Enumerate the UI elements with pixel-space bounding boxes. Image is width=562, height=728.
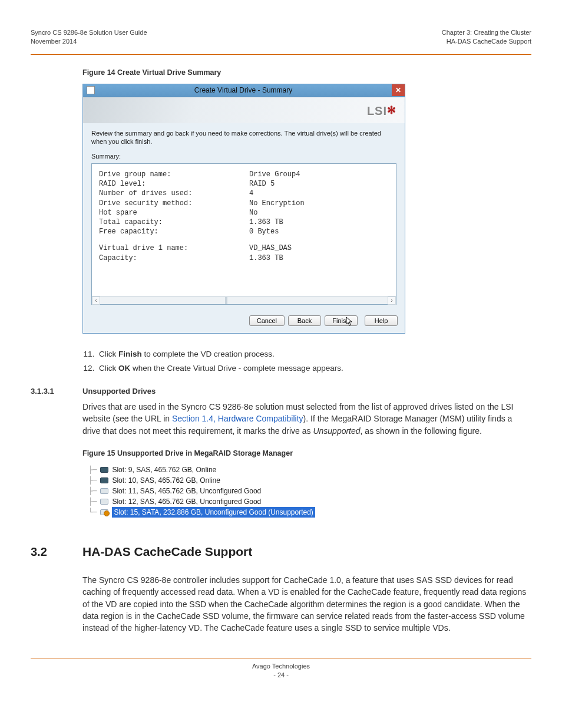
section-number: 3.1.3.1: [31, 386, 82, 397]
dialog-titlebar: Create Virtual Drive - Summary ✕: [83, 84, 405, 97]
summary-key: Capacity:: [99, 253, 249, 263]
summary-row: RAID level:RAID 5: [99, 179, 389, 189]
section-3-2-heading: 3.2 HA-DAS CacheCade Support: [31, 543, 531, 560]
drive-tree-item[interactable]: └─Slot: 15, SATA, 232.886 GB, Unconfigur…: [88, 507, 531, 518]
step-12: Click OK when the Create Virtual Drive -…: [97, 363, 531, 374]
summary-row: Number of drives used:4: [99, 189, 389, 198]
horizontal-scrollbar[interactable]: ‹ ›: [92, 296, 396, 304]
drive-tree-list: ├─Slot: 9, SAS, 465.762 GB, Online├─Slot…: [88, 465, 531, 518]
tree-connector-icon: ├─: [88, 496, 97, 507]
summary-value: RAID 5: [249, 179, 275, 189]
step-11: Click Finish to complete the VD creation…: [97, 349, 531, 360]
header-right: Chapter 3: Creating the Cluster HA-DAS C…: [442, 28, 531, 46]
summary-row: Drive group name:Drive Group4: [99, 170, 389, 179]
summary-key: Virtual drive 1 name:: [99, 243, 249, 253]
scroll-thumb[interactable]: [225, 297, 227, 304]
app-icon: [87, 86, 95, 94]
summary-key: Total capacity:: [99, 218, 249, 227]
summary-value: No Encryption: [249, 199, 305, 208]
drive-label: Slot: 10, SAS, 465.762 GB, Online: [112, 475, 220, 486]
summary-row: Hot spareNo: [99, 208, 389, 218]
drive-tree-item[interactable]: ├─Slot: 10, SAS, 465.762 GB, Online: [88, 475, 531, 486]
disk-online-icon: [100, 467, 108, 473]
summary-label: Summary:: [91, 152, 396, 161]
summary-value: VD_HAS_DAS: [249, 243, 292, 253]
create-vd-summary-dialog: Create Virtual Drive - Summary ✕ LSI✻ Re…: [82, 84, 405, 334]
drive-tree-item[interactable]: ├─Slot: 11, SAS, 465.762 GB, Unconfigure…: [88, 486, 531, 496]
doc-date: November 2014: [31, 37, 147, 46]
section-3-2-paragraph: The Syncro CS 9286-8e controller include…: [82, 574, 531, 634]
tree-connector-icon: ├─: [88, 486, 97, 496]
logo-spark-icon: ✻: [387, 104, 396, 116]
summary-value: 1.363 TB: [249, 218, 283, 227]
summary-value: No: [249, 208, 257, 218]
doc-title: Syncro CS 9286-8e Solution User Guide: [31, 28, 147, 37]
dialog-button-row: Cancel Back Finish Help: [83, 309, 405, 333]
summary-value: 1.363 TB: [249, 253, 283, 263]
section-3-1-3-1-paragraph: Drives that are used in the Syncro CS 92…: [82, 401, 531, 437]
footer-company: Avago Technologies: [31, 662, 531, 671]
disk-unconfigured-icon: [100, 488, 108, 494]
summary-row: Drive security method:No Encryption: [99, 199, 389, 208]
dialog-title: Create Virtual Drive - Summary: [95, 85, 392, 95]
section-number: 3.2: [31, 544, 82, 560]
cancel-button[interactable]: Cancel: [249, 315, 285, 326]
dialog-banner: LSI✻: [83, 97, 405, 123]
page-header: Syncro CS 9286-8e Solution User Guide No…: [31, 28, 531, 55]
header-left: Syncro CS 9286-8e Solution User Guide No…: [31, 28, 147, 46]
disk-unsupported-icon: [100, 509, 108, 515]
back-button[interactable]: Back: [288, 315, 321, 326]
tree-connector-icon: └─: [88, 507, 97, 518]
scroll-left-arrow-icon[interactable]: ‹: [92, 297, 100, 305]
summary-key: Hot spare: [99, 208, 249, 218]
summary-key: RAID level:: [99, 179, 249, 189]
summary-key: Free capacity:: [99, 227, 249, 236]
summary-row: Capacity:1.363 TB: [99, 253, 389, 263]
scroll-right-arrow-icon[interactable]: ›: [388, 297, 396, 305]
summary-row: Virtual drive 1 name:VD_HAS_DAS: [99, 243, 389, 253]
section-3-1-3-1-heading: 3.1.3.1 Unsupported Drives: [31, 386, 531, 397]
chapter-title: Chapter 3: Creating the Cluster: [442, 28, 531, 37]
figure-14-caption: Figure 14 Create Virtual Drive Summary: [82, 68, 531, 78]
summary-value: 4: [249, 189, 253, 198]
drive-label: Slot: 15, SATA, 232.886 GB, Unconfigured…: [112, 507, 315, 518]
dialog-body: Review the summary and go back if you ne…: [83, 123, 405, 310]
drive-tree-item[interactable]: ├─Slot: 9, SAS, 465.762 GB, Online: [88, 465, 531, 475]
page-footer: Avago Technologies - 24 -: [31, 658, 531, 680]
disk-unconfigured-icon: [100, 499, 108, 505]
summary-value: 0 Bytes: [249, 227, 279, 236]
tree-connector-icon: ├─: [88, 475, 97, 486]
section-title: HA-DAS CacheCade Support: [82, 543, 252, 560]
tree-connector-icon: ├─: [88, 465, 97, 475]
disk-online-icon: [100, 477, 108, 483]
summary-textbox: Drive group name:Drive Group4RAID level:…: [91, 163, 396, 305]
hardware-compatibility-link[interactable]: Section 1.4, Hardware Compatibility: [172, 414, 303, 423]
summary-row: Free capacity:0 Bytes: [99, 227, 389, 236]
summary-key: Drive security method:: [99, 199, 249, 208]
drive-label: Slot: 11, SAS, 465.762 GB, Unconfigured …: [112, 486, 261, 496]
drive-label: Slot: 9, SAS, 465.762 GB, Online: [112, 465, 216, 475]
dialog-instruction: Review the summary and go back if you ne…: [91, 129, 396, 147]
lsi-logo: LSI✻: [367, 103, 396, 119]
close-button[interactable]: ✕: [392, 84, 405, 96]
footer-page-number: - 24 -: [31, 671, 531, 680]
figure-15-caption: Figure 15 Unsupported Drive in MegaRAID …: [82, 449, 531, 459]
summary-key: Drive group name:: [99, 170, 249, 179]
summary-row: Total capacity:1.363 TB: [99, 218, 389, 227]
help-button[interactable]: Help: [365, 315, 398, 326]
procedure-steps: Click Finish to complete the VD creation…: [97, 349, 531, 374]
drive-label: Slot: 12, SAS, 465.762 GB, Unconfigured …: [112, 496, 261, 507]
summary-value: Drive Group4: [249, 170, 300, 179]
section-title: Unsupported Drives: [82, 386, 156, 397]
summary-key: Number of drives used:: [99, 189, 249, 198]
section-subtitle: HA-DAS CacheCade Support: [442, 37, 531, 46]
drive-tree-item[interactable]: ├─Slot: 12, SAS, 465.762 GB, Unconfigure…: [88, 496, 531, 507]
